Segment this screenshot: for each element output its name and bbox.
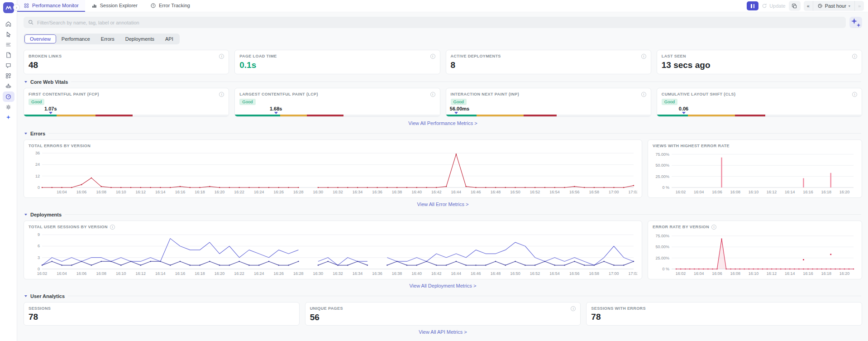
sidebar-expand-button[interactable]: ›: [13, 4, 20, 11]
info-icon[interactable]: [852, 54, 857, 59]
sidebar-item-settings[interactable]: [3, 102, 14, 112]
app-logo[interactable]: [3, 2, 14, 13]
collapse-triangle-icon[interactable]: [24, 81, 27, 83]
sidebar-item-sessions[interactable]: [3, 29, 14, 39]
svg-text:16:16: 16:16: [803, 271, 813, 276]
search-input[interactable]: [24, 17, 846, 28]
section-title: Deployments: [30, 212, 62, 217]
ua-card-sessions-with-errors: SESSIONS WITH ERRORS 78: [586, 302, 862, 326]
info-icon[interactable]: [711, 225, 716, 230]
svg-text:0 %: 0 %: [662, 267, 669, 271]
status-badge: Good: [29, 99, 44, 105]
tab-performance[interactable]: Performance: [56, 34, 95, 43]
total-errors-chart[interactable]: 362412016:0416:0616:0816:1016:1216:1416:…: [29, 148, 637, 195]
view-all-error-metrics-link[interactable]: View All Error Metrics >: [24, 202, 862, 207]
collapse-triangle-icon[interactable]: [24, 133, 27, 134]
tab-session-explorer[interactable]: Session Explorer: [85, 0, 144, 12]
collapse-triangle-icon[interactable]: [24, 295, 27, 297]
sidebar-item-performance-monitor[interactable]: [3, 91, 14, 102]
copy-button[interactable]: [789, 1, 801, 11]
sidebar-item-logs[interactable]: [3, 39, 14, 50]
status-badge: Good: [662, 99, 677, 105]
tab-performance-monitor[interactable]: Performance Monitor: [17, 0, 85, 12]
user-sessions-chart[interactable]: 963016:0216:0416:0616:0816:1016:1216:141…: [29, 230, 637, 276]
gear-icon: [5, 104, 12, 110]
svg-text:75.00%: 75.00%: [655, 234, 669, 238]
tab-error-tracking[interactable]: Error Tracking: [144, 0, 196, 12]
view-all-deployment-metrics-link[interactable]: View All Deployment Metrics >: [24, 283, 862, 288]
chart-title: VIEWS WITH HIGHEST ERROR RATE: [653, 144, 730, 148]
info-icon[interactable]: [219, 92, 224, 97]
info-icon[interactable]: [852, 92, 857, 97]
tab-label: Error Tracking: [159, 3, 190, 8]
info-icon[interactable]: [430, 92, 435, 97]
pause-button[interactable]: [747, 1, 758, 10]
section-divider: [65, 214, 861, 215]
card-value: 0.1s: [239, 60, 435, 70]
svg-text:16:48: 16:48: [491, 271, 501, 276]
cursor-click-icon: [5, 31, 12, 38]
cwv-card-lcp: LARGEST CONTENTFUL PAINT (LCP) Good 1.68…: [234, 88, 440, 117]
svg-text:16:14: 16:14: [155, 190, 166, 194]
user-analytics-row: SESSIONS 78 UNIQUE PAGES 56 SESSIONS WIT…: [24, 302, 862, 326]
svg-text:16:16: 16:16: [175, 190, 186, 194]
tab-errors[interactable]: Errors: [95, 34, 120, 43]
chart-title: TOTAL ERRORS BY VERSION: [29, 144, 91, 148]
sidebar-item-feedback[interactable]: [3, 60, 14, 71]
info-icon[interactable]: [641, 92, 646, 97]
svg-text:16:52: 16:52: [530, 271, 540, 276]
sidebar-item-assistant[interactable]: [3, 81, 14, 91]
cwv-card-inp: INTERACTION NEXT PAINT (INP) Good 56.00m…: [446, 88, 651, 117]
tab-overview[interactable]: Overview: [24, 34, 56, 43]
svg-text:16:08: 16:08: [96, 190, 106, 194]
svg-text:16:10: 16:10: [749, 190, 759, 194]
time-range-forward-button[interactable]: »: [854, 1, 864, 11]
info-icon[interactable]: [641, 54, 646, 59]
sidebar-item-upgrade[interactable]: [3, 112, 14, 123]
view-all-api-metrics-link[interactable]: View All API Metrics >: [24, 329, 862, 335]
info-icon[interactable]: [430, 54, 435, 59]
error-rate-chart[interactable]: 75.00%50.00%25.00%0 %16:0216:0416:0616:0…: [653, 230, 857, 276]
time-range-dropdown[interactable]: Past hour ▾: [813, 1, 854, 11]
svg-text:16:44: 16:44: [451, 271, 462, 276]
gauge-icon: [5, 93, 12, 100]
chart-card-error-rate-version: ERROR RATE BY VERSION 75.00%50.00%25.00%…: [648, 221, 862, 279]
ua-card-unique-pages: UNIQUE PAGES 56: [305, 302, 581, 326]
svg-text:16:12: 16:12: [136, 190, 146, 194]
svg-text:16:08: 16:08: [96, 271, 106, 276]
tab-label: Session Explorer: [100, 3, 138, 8]
svg-text:16:46: 16:46: [471, 190, 481, 194]
svg-text:16:02: 16:02: [676, 190, 686, 194]
svg-text:16:14: 16:14: [155, 271, 166, 276]
cwv-value: 1.07s: [38, 106, 63, 111]
view-all-performance-metrics-link[interactable]: View All Performance Metrics >: [24, 120, 862, 126]
ai-filter-button[interactable]: [849, 17, 862, 28]
info-icon[interactable]: [571, 306, 576, 311]
section-title: Core Web Vitals: [30, 79, 68, 85]
svg-text:16:18: 16:18: [821, 190, 831, 194]
svg-text:16:48: 16:48: [491, 190, 501, 194]
update-button[interactable]: Update: [762, 3, 785, 9]
views-error-rate-chart[interactable]: 75.00%50.00%25.00%0 %16:0216:0416:0616:0…: [653, 148, 857, 195]
sidebar-item-integrations[interactable]: [3, 71, 14, 81]
svg-text:16:20: 16:20: [215, 190, 225, 194]
svg-text:12: 12: [35, 174, 40, 178]
collapse-triangle-icon[interactable]: [24, 214, 27, 216]
sidebar-item-docs[interactable]: [3, 50, 14, 60]
svg-text:25.00%: 25.00%: [655, 174, 669, 178]
card-label: LAST SEEN: [662, 54, 686, 58]
time-range-back-button[interactable]: «: [804, 1, 813, 11]
sidebar-item-home[interactable]: [3, 19, 14, 29]
svg-text:75.00%: 75.00%: [655, 152, 669, 157]
svg-text:16:12: 16:12: [767, 190, 777, 194]
svg-text:16:22: 16:22: [234, 271, 244, 276]
tab-api[interactable]: API: [160, 34, 179, 43]
info-icon[interactable]: [219, 54, 224, 59]
svg-text:16:28: 16:28: [293, 271, 304, 276]
svg-text:16:56: 16:56: [569, 271, 580, 276]
tab-deployments[interactable]: Deployments: [120, 34, 160, 43]
info-icon[interactable]: [110, 225, 115, 230]
tab-label: Performance Monitor: [32, 3, 79, 8]
section-divider: [71, 82, 861, 82]
robot-icon: [5, 83, 12, 90]
